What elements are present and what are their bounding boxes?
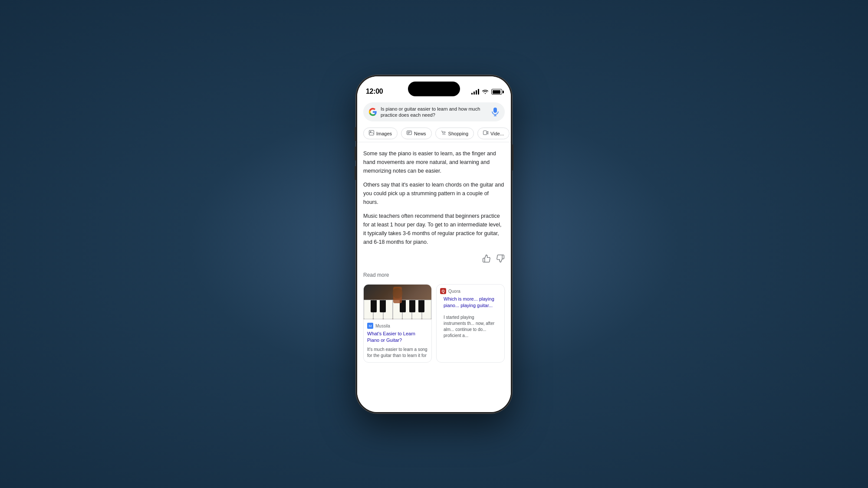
news-tab-icon — [407, 130, 412, 137]
microphone-icon[interactable] — [491, 108, 500, 116]
quora-card-snippet: I started playing instruments th... now,… — [440, 314, 501, 342]
quora-card-header: Q Quora — [437, 285, 504, 296]
result-card-mussila[interactable]: M Mussila What's Easier to Learn Piano o… — [363, 284, 432, 363]
tab-shopping[interactable]: Shopping — [435, 128, 474, 139]
phone-device: 12:00 — [356, 75, 512, 413]
ai-paragraph-1: Some say the piano is easier to learn, a… — [363, 149, 505, 175]
search-query-text[interactable]: Is piano or guitar easier to learn and h… — [381, 106, 487, 118]
search-input-container[interactable]: Is piano or guitar easier to learn and h… — [363, 102, 505, 122]
mussila-card-snippet: It's much easier to learn a song for the… — [364, 347, 431, 362]
thumbs-down-button[interactable] — [496, 254, 505, 265]
tab-shopping-label: Shopping — [448, 131, 469, 136]
tab-news-label: News — [414, 131, 426, 136]
videos-tab-icon — [483, 130, 488, 137]
silent-switch — [355, 166, 356, 180]
status-icons — [471, 88, 503, 95]
tab-videos[interactable]: Vide... — [477, 128, 510, 139]
volume-up-button — [355, 127, 356, 141]
result-cards: M Mussila What's Easier to Learn Piano o… — [363, 284, 505, 363]
result-card-quora[interactable]: Q Quora Which is more... playing piano..… — [436, 284, 505, 363]
quora-favicon: Q — [440, 288, 446, 294]
quora-source-name: Quora — [448, 289, 460, 294]
svg-point-9 — [443, 134, 444, 135]
wifi-icon — [482, 88, 489, 95]
tab-images[interactable]: Images — [363, 128, 398, 139]
card-image-piano-guitar — [364, 285, 431, 319]
status-time: 12:00 — [366, 88, 383, 95]
ai-paragraph-3: Music teachers often recommend that begi… — [363, 212, 505, 246]
shopping-tab-icon — [441, 130, 446, 137]
quora-card-content: Which is more... playing piano... playin… — [437, 296, 504, 342]
google-logo — [368, 108, 377, 116]
card-source-mussila: M Mussila — [364, 319, 431, 331]
tab-videos-label: Vide... — [490, 131, 504, 136]
mussila-card-title[interactable]: What's Easier to Learn Piano or Guitar? — [364, 331, 431, 347]
main-content: Some say the piano is easier to learn, a… — [357, 142, 511, 412]
read-more-link[interactable]: Read more — [363, 271, 505, 278]
ai-paragraph-2: Others say that it's easier to learn cho… — [363, 180, 505, 206]
signal-icon — [471, 89, 480, 95]
mussila-favicon: M — [367, 323, 373, 329]
phone-frame: 12:00 — [356, 75, 512, 413]
mussila-source-name: Mussila — [375, 324, 390, 328]
feedback-row — [363, 252, 505, 265]
search-bar[interactable]: Is piano or guitar easier to learn and h… — [357, 99, 511, 125]
phone-screen: 12:00 — [357, 76, 511, 412]
svg-rect-11 — [483, 131, 487, 135]
tab-images-label: Images — [376, 131, 392, 136]
power-button — [512, 144, 513, 170]
filter-tabs: Images News Shopping — [357, 125, 511, 142]
quora-card-title[interactable]: Which is more... playing piano... playin… — [440, 296, 501, 312]
tab-news[interactable]: News — [401, 128, 432, 139]
svg-rect-0 — [493, 108, 497, 113]
dynamic-island — [408, 82, 460, 96]
svg-point-10 — [444, 134, 445, 135]
ai-answer-section: Some say the piano is easier to learn, a… — [363, 149, 505, 246]
thumbs-up-button[interactable] — [482, 254, 491, 265]
volume-down-button — [355, 147, 356, 160]
images-tab-icon — [369, 130, 374, 137]
battery-icon — [491, 89, 502, 95]
